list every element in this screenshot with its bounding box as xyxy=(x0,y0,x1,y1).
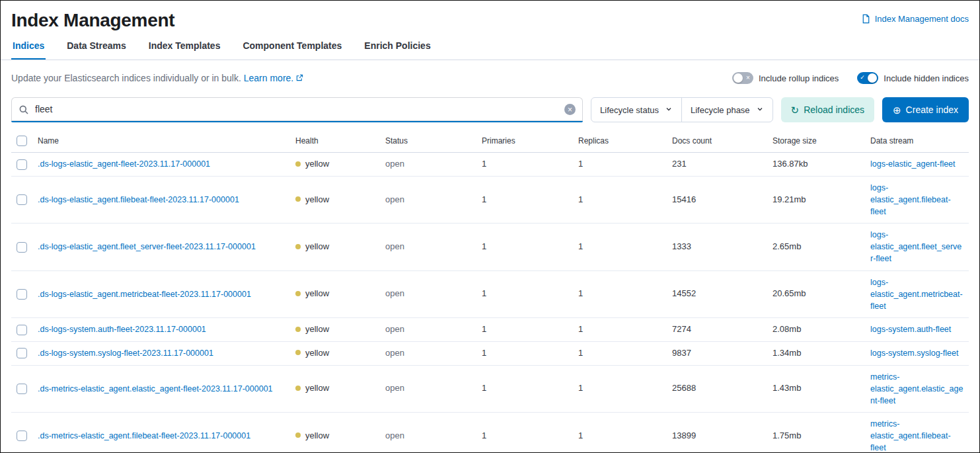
create-index-button[interactable]: ⊕ Create index xyxy=(882,97,969,122)
index-name-link[interactable]: .ds-metrics-elastic_agent.elastic_agent-… xyxy=(38,384,273,393)
data-stream-link[interactable]: logs-elastic_agent.fleet_server-fleet xyxy=(870,230,961,263)
replicas-value: 1 xyxy=(578,348,583,358)
primaries-value: 1 xyxy=(482,194,486,204)
row-checkbox[interactable] xyxy=(17,384,27,394)
tab-component-templates[interactable]: Component Templates xyxy=(241,34,343,60)
data-stream-link[interactable]: logs-elastic_agent.metricbeat-fleet xyxy=(870,278,963,311)
index-name-link[interactable]: .ds-logs-elastic_agent-fleet-2023.11.17-… xyxy=(38,159,210,169)
data-stream-link[interactable]: logs-system.auth-fleet xyxy=(870,325,951,334)
select-all-checkbox[interactable] xyxy=(17,136,27,146)
primaries-value: 1 xyxy=(482,348,486,358)
primaries-value: 1 xyxy=(482,159,486,169)
table-row: .ds-logs-elastic_agent.fleet_server-flee… xyxy=(11,224,969,270)
column-header-replicas[interactable]: Replicas xyxy=(573,132,667,153)
column-header-storage-size[interactable]: Storage size xyxy=(767,132,865,153)
index-name-link[interactable]: .ds-logs-elastic_agent.filebeat-fleet-20… xyxy=(38,195,239,204)
status-label: open xyxy=(385,241,404,251)
status-label: open xyxy=(385,348,404,358)
column-header-data-stream[interactable]: Data stream xyxy=(865,132,969,153)
docs-count-value: 14552 xyxy=(672,288,696,298)
replicas-value: 1 xyxy=(578,431,583,440)
column-header-status[interactable]: Status xyxy=(380,132,476,153)
include-rollup-toggle-group: × Include rollup indices xyxy=(732,72,839,84)
tab-data-streams[interactable]: Data Streams xyxy=(65,34,128,60)
column-header-docs-count[interactable]: Docs count xyxy=(667,132,767,153)
row-checkbox[interactable] xyxy=(17,242,27,253)
health-label: yellow xyxy=(305,194,329,204)
docs-icon xyxy=(861,14,871,24)
search-input[interactable] xyxy=(11,97,583,122)
row-checkbox[interactable] xyxy=(17,325,27,335)
lifecycle-phase-label: Lifecycle phase xyxy=(691,105,750,115)
column-header-primaries[interactable]: Primaries xyxy=(476,132,573,153)
include-hidden-label: Include hidden indices xyxy=(884,73,969,83)
storage-size-value: 19.21mb xyxy=(773,194,806,204)
table-row: .ds-logs-elastic_agent.filebeat-fleet-20… xyxy=(11,176,969,223)
learn-more-link[interactable]: Learn more. xyxy=(244,73,303,83)
external-link-icon xyxy=(296,73,303,83)
docs-link-label: Index Management docs xyxy=(875,14,969,24)
storage-size-value: 2.65mb xyxy=(773,241,801,251)
index-name-link[interactable]: .ds-logs-elastic_agent.fleet_server-flee… xyxy=(38,242,256,251)
tab-enrich-policies[interactable]: Enrich Policies xyxy=(363,34,432,60)
refresh-icon: ↻ xyxy=(791,105,800,115)
include-rollup-switch[interactable]: × xyxy=(732,72,753,84)
row-checkbox[interactable] xyxy=(17,348,27,358)
index-name-link[interactable]: .ds-logs-system.syslog-fleet-2023.11.17-… xyxy=(38,349,213,358)
docs-count-value: 15416 xyxy=(672,194,696,204)
primaries-value: 1 xyxy=(482,288,486,298)
docs-link[interactable]: Index Management docs xyxy=(861,14,969,24)
lifecycle-phase-filter[interactable]: Lifecycle phase xyxy=(681,98,773,122)
page-title: Index Management xyxy=(11,10,174,31)
storage-size-value: 1.34mb xyxy=(773,348,801,358)
table-row: .ds-logs-elastic_agent.metricbeat-fleet-… xyxy=(11,270,969,317)
clear-search-icon[interactable]: × xyxy=(564,104,576,115)
status-label: open xyxy=(385,159,404,169)
replicas-value: 1 xyxy=(578,324,583,334)
row-checkbox[interactable] xyxy=(17,431,27,441)
data-stream-link[interactable]: logs-elastic_agent-fleet xyxy=(870,159,956,169)
index-name-link[interactable]: .ds-logs-system.auth-fleet-2023.11.17-00… xyxy=(38,325,206,334)
replicas-value: 1 xyxy=(578,288,583,298)
replicas-value: 1 xyxy=(578,194,583,204)
reload-indices-button[interactable]: ↻ Reload indices xyxy=(781,97,874,122)
include-hidden-toggle-group: ✓ Include hidden indices xyxy=(857,72,969,84)
health-dot-icon xyxy=(295,196,301,202)
storage-size-value: 20.65mb xyxy=(773,288,806,298)
health-dot-icon xyxy=(295,291,301,296)
check-icon: ✓ xyxy=(860,75,865,81)
tab-indices[interactable]: Indices xyxy=(11,34,46,60)
health-label: yellow xyxy=(305,431,329,440)
docs-count-value: 7274 xyxy=(672,324,691,334)
row-checkbox[interactable] xyxy=(17,194,27,205)
lifecycle-status-label: Lifecycle status xyxy=(600,105,659,115)
docs-count-value: 1333 xyxy=(672,241,691,251)
health-label: yellow xyxy=(305,288,329,298)
lifecycle-status-filter[interactable]: Lifecycle status xyxy=(591,98,681,122)
search-box: × xyxy=(11,97,583,122)
row-checkbox[interactable] xyxy=(17,159,27,170)
row-checkbox[interactable] xyxy=(17,289,27,300)
health-dot-icon xyxy=(295,432,301,438)
switch-thumb xyxy=(868,73,877,83)
index-name-link[interactable]: .ds-logs-elastic_agent.metricbeat-fleet-… xyxy=(38,290,251,299)
index-name-link[interactable]: .ds-metrics-elastic_agent.filebeat-fleet… xyxy=(38,431,250,440)
chevron-down-icon xyxy=(665,105,673,115)
intro-text: Update your Elasticsearch indices indivi… xyxy=(11,73,303,83)
data-stream-link[interactable]: logs-system.syslog-fleet xyxy=(870,349,958,358)
learn-more-label: Learn more. xyxy=(244,73,293,83)
tab-bar: Indices Data Streams Index Templates Com… xyxy=(1,34,979,60)
docs-count-value: 231 xyxy=(672,159,687,169)
index-table-body: .ds-logs-elastic_agent-fleet-2023.11.17-… xyxy=(11,153,969,453)
data-stream-link[interactable]: metrics-elastic_agent.filebeat-fleet xyxy=(870,419,951,452)
tab-index-templates[interactable]: Index Templates xyxy=(147,34,222,60)
column-header-name[interactable]: Name xyxy=(32,132,290,153)
intro-row: Update your Elasticsearch indices indivi… xyxy=(11,72,969,84)
status-label: open xyxy=(385,288,404,298)
data-stream-link[interactable]: metrics-elastic_agent.elastic_agent-flee… xyxy=(870,372,963,405)
data-stream-link[interactable]: logs-elastic_agent.filebeat-fleet xyxy=(870,183,951,216)
column-header-health[interactable]: Health xyxy=(290,132,380,153)
health-dot-icon xyxy=(295,350,301,355)
include-hidden-switch[interactable]: ✓ xyxy=(857,72,878,84)
table-row: .ds-logs-system.auth-fleet-2023.11.17-00… xyxy=(11,317,969,341)
